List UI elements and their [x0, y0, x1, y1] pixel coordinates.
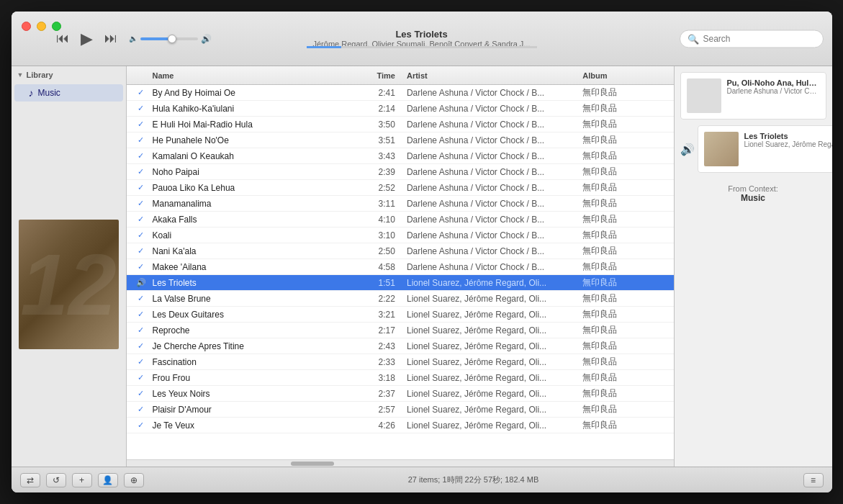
sidebar-library-section[interactable]: ▼ Library	[12, 66, 126, 84]
play-button[interactable]: ▶	[81, 30, 93, 48]
volume-thumb[interactable]	[168, 35, 176, 43]
track-row[interactable]: ✓Noho Paipai2:39Darlene Ashuna / Victor …	[127, 164, 674, 180]
track-time: 3:10	[365, 230, 401, 240]
now-playing-card: Les Triolets Lionel Suarez, Jérôme Regar…	[698, 125, 832, 173]
track-album: 無印良品	[577, 86, 667, 99]
track-name: Noho Paipai	[150, 167, 365, 177]
track-row[interactable]: 🔊Les Triolets1:51Lionel Suarez, Jérôme R…	[127, 275, 674, 291]
track-name: By And By Hoimai Oe	[150, 88, 365, 98]
track-name: Les Yeux Noirs	[150, 389, 365, 399]
user-button[interactable]: 👤	[98, 473, 118, 487]
track-check: ✓	[132, 373, 150, 382]
track-album: 無印良品	[577, 118, 667, 130]
track-row[interactable]: ✓E Huli Hoi Mai-Radio Hula3:50Darlene As…	[127, 117, 674, 132]
track-name: Les Triolets	[150, 278, 365, 288]
check-icon: ✓	[138, 325, 144, 335]
track-check: 🔊	[132, 278, 150, 287]
track-row[interactable]: ✓Je Cherche Apres Titine2:43Lionel Suare…	[127, 338, 674, 354]
track-row[interactable]: ✓Akaka Falls4:10Darlene Ashuna / Victor …	[127, 212, 674, 228]
track-artist: Darlene Ashuna / Victor Chock / B...	[401, 183, 577, 193]
track-row[interactable]: ✓He Punahele No'Oe3:51Darlene Ashuna / V…	[127, 132, 674, 148]
track-check: ✓	[132, 246, 150, 256]
track-check: ✓	[132, 135, 150, 145]
track-check: ✓	[132, 230, 150, 240]
track-time: 2:17	[365, 325, 401, 336]
shuffle-button[interactable]: ⇄	[20, 473, 40, 487]
track-artist: Darlene Ashuna / Victor Chock / B...	[401, 104, 577, 114]
track-artist: Lionel Suarez, Jérôme Regard, Oli...	[401, 294, 577, 304]
track-list-header: Name Time Artist Album	[127, 66, 674, 85]
add-button[interactable]: +	[72, 473, 92, 487]
music-icon: ♪	[29, 87, 34, 99]
track-album: 無印良品	[577, 356, 667, 368]
airplay-button[interactable]: ⊕	[124, 473, 144, 487]
track-time: 3:43	[365, 151, 401, 161]
track-row[interactable]: ✓Plaisir D'Amour2:57Lionel Suarez, Jérôm…	[127, 402, 674, 418]
track-check: ✓	[132, 420, 150, 430]
track-album: 無印良品	[577, 134, 667, 146]
sidebar-item-music[interactable]: ♪ Music	[14, 84, 123, 102]
track-row[interactable]: ✓Les Deux Guitares3:21Lionel Suarez, Jér…	[127, 307, 674, 323]
progress-bar[interactable]	[307, 46, 537, 48]
track-row[interactable]: ✓Reproche2:17Lionel Suarez, Jérôme Regar…	[127, 323, 674, 338]
volume-slider[interactable]: 🔈 🔊	[129, 34, 212, 44]
track-row[interactable]: ✓Pauoa Liko Ka Lehua2:52Darlene Ashuna /…	[127, 180, 674, 196]
album-cover: 12	[19, 220, 119, 349]
next-button[interactable]: ⏭	[104, 31, 117, 46]
volume-track[interactable]	[140, 37, 198, 40]
header-artist[interactable]: Artist	[401, 71, 577, 80]
main-window: ⏮ ▶ ⏭ 🔈 🔊 Les Triolets Jérôme Regard, Ol…	[12, 12, 832, 492]
maximize-button[interactable]	[52, 22, 61, 31]
header-name[interactable]: Name	[150, 71, 365, 80]
track-row[interactable]: ✓Frou Frou3:18Lionel Suarez, Jérôme Rega…	[127, 370, 674, 386]
track-row[interactable]: ✓Kamalani O Keaukah3:43Darlene Ashuna / …	[127, 148, 674, 164]
shuffle-icon: ⇄	[27, 475, 34, 485]
minimize-button[interactable]	[37, 22, 46, 31]
track-artist: Darlene Ashuna / Victor Chock / B...	[401, 262, 577, 272]
list-view-button[interactable]: ≡	[803, 473, 824, 487]
track-album: 無印良品	[577, 213, 667, 225]
repeat-button[interactable]: ↺	[46, 473, 66, 487]
track-row[interactable]: ✓Makee 'Ailana4:58Darlene Ashuna / Victo…	[127, 259, 674, 275]
track-album: 無印良品	[577, 308, 667, 320]
track-artist: Lionel Suarez, Jérôme Regard, Oli...	[401, 341, 577, 351]
track-name: La Valse Brune	[150, 294, 365, 304]
track-album: 無印良品	[577, 340, 667, 352]
check-icon: ✓	[138, 104, 144, 113]
track-row[interactable]: ✓Fascination2:33Lionel Suarez, Jérôme Re…	[127, 354, 674, 370]
track-row[interactable]: ✓Nani Ka'ala2:50Darlene Ashuna / Victor …	[127, 243, 674, 259]
track-check: ✓	[132, 405, 150, 414]
search-box[interactable]: 🔍	[680, 30, 824, 48]
track-artist: Darlene Ashuna / Victor Chock / B...	[401, 120, 577, 130]
prev-button[interactable]: ⏮	[56, 31, 69, 46]
track-time: 2:39	[365, 167, 401, 177]
close-button[interactable]	[22, 22, 31, 31]
track-row[interactable]: ✓By And By Hoimai Oe2:41Darlene Ashuna /…	[127, 85, 674, 101]
track-artist: Darlene Ashuna / Victor Chock / B...	[401, 88, 577, 98]
check-icon: ✓	[138, 420, 144, 430]
track-row[interactable]: ✓Manamanalima3:11Darlene Ashuna / Victor…	[127, 196, 674, 212]
check-icon: ✓	[138, 215, 144, 224]
search-input[interactable]	[703, 34, 816, 44]
track-album: 無印良品	[577, 197, 667, 210]
track-row[interactable]: ✓Hula Kahiko-Ka'iulani2:14Darlene Ashuna…	[127, 101, 674, 117]
header-time[interactable]: Time	[365, 71, 401, 80]
check-icon: ✓	[138, 262, 144, 271]
add-icon: +	[79, 475, 84, 485]
track-name: Hula Kahiko-Ka'iulani	[150, 104, 365, 114]
track-row[interactable]: ✓Koali3:10Darlene Ashuna / Victor Chock …	[127, 228, 674, 243]
scrollbar[interactable]	[127, 459, 674, 467]
header-album[interactable]: Album	[577, 71, 667, 80]
from-context-value: Music	[686, 193, 821, 203]
check-icon: ✓	[138, 357, 144, 366]
track-time: 3:18	[365, 373, 401, 383]
track-check: ✓	[132, 215, 150, 224]
scrollbar-thumb[interactable]	[291, 462, 334, 466]
track-row[interactable]: ✓Je Te Veux4:26Lionel Suarez, Jérôme Reg…	[127, 418, 674, 433]
speaker-icon: 🔊	[136, 278, 146, 287]
track-check: ✓	[132, 294, 150, 303]
track-album: 無印良品	[577, 276, 667, 289]
track-row[interactable]: ✓La Valse Brune2:22Lionel Suarez, Jérôme…	[127, 291, 674, 307]
track-row[interactable]: ✓Les Yeux Noirs2:37Lionel Suarez, Jérôme…	[127, 386, 674, 402]
user-icon: 👤	[102, 475, 113, 485]
